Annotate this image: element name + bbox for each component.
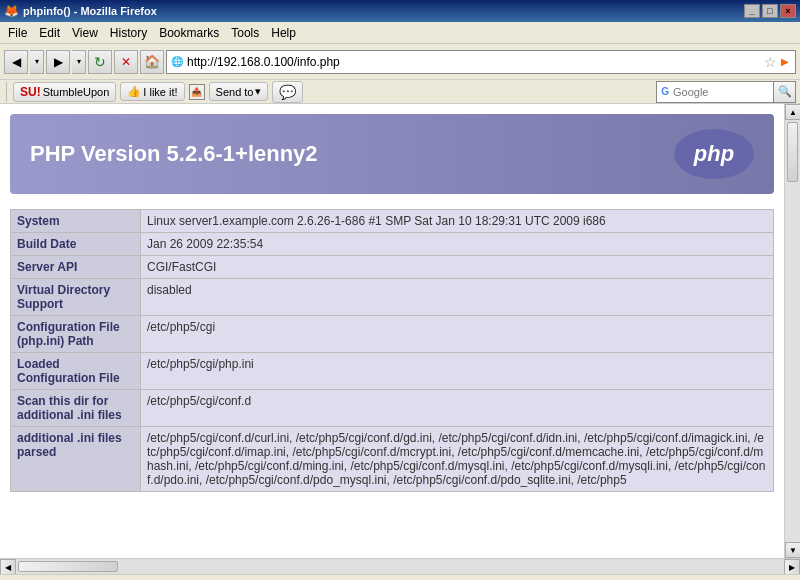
toolbar-divider-1 bbox=[6, 82, 7, 102]
page-content: PHP Version 5.2.6-1+lenny2 php System Li… bbox=[0, 104, 784, 558]
feed-icon[interactable]: ▶ bbox=[779, 56, 791, 67]
table-label: Configuration File (php.ini) Path bbox=[11, 316, 141, 353]
table-row: Server API CGI/FastCGI bbox=[11, 256, 774, 279]
sendto-button[interactable]: Send to ▾ bbox=[209, 82, 269, 101]
forward-dropdown[interactable]: ▾ bbox=[72, 50, 86, 74]
share-icon: 📤 bbox=[189, 84, 205, 100]
thumb-up-icon: 👍 bbox=[127, 85, 141, 98]
menu-history[interactable]: History bbox=[104, 24, 153, 42]
browser-content-area: PHP Version 5.2.6-1+lenny2 php System Li… bbox=[0, 104, 800, 558]
scroll-h-track[interactable] bbox=[16, 559, 784, 574]
close-button[interactable]: × bbox=[780, 4, 796, 18]
google-search-input[interactable] bbox=[673, 82, 773, 102]
address-input[interactable] bbox=[187, 55, 762, 69]
horizontal-scrollbar[interactable]: ◀ ▶ bbox=[0, 558, 800, 574]
php-info-table: System Linux server1.example.com 2.6.26-… bbox=[10, 209, 774, 492]
vertical-scrollbar[interactable]: ▲ ▼ bbox=[784, 104, 800, 558]
table-row: System Linux server1.example.com 2.6.26-… bbox=[11, 210, 774, 233]
minimize-button[interactable]: _ bbox=[744, 4, 760, 18]
bookmark-star-icon[interactable]: ☆ bbox=[762, 54, 779, 70]
home-button[interactable]: 🏠 bbox=[140, 50, 164, 74]
table-value: disabled bbox=[141, 279, 774, 316]
page-favicon: 🌐 bbox=[171, 56, 183, 67]
table-label: System bbox=[11, 210, 141, 233]
table-value: /etc/php5/cgi bbox=[141, 316, 774, 353]
menu-edit[interactable]: Edit bbox=[33, 24, 66, 42]
stumbleupon-button[interactable]: SU! StumbleUpon bbox=[13, 82, 116, 102]
sendto-label: Send to bbox=[216, 86, 254, 98]
table-value: /etc/php5/cgi/conf.d/curl.ini, /etc/php5… bbox=[141, 427, 774, 492]
navigation-toolbar: ◀ ▾ ▶ ▾ ↻ ✕ 🏠 🌐 ☆ ▶ bbox=[0, 44, 800, 80]
menu-view[interactable]: View bbox=[66, 24, 104, 42]
php-header-banner: PHP Version 5.2.6-1+lenny2 php bbox=[10, 114, 774, 194]
table-label: Virtual Directory Support bbox=[11, 279, 141, 316]
table-row: Scan this dir for additional .ini files … bbox=[11, 390, 774, 427]
ilike-button[interactable]: 👍 I like it! bbox=[120, 82, 184, 101]
menu-file[interactable]: File bbox=[2, 24, 33, 42]
menu-bookmarks[interactable]: Bookmarks bbox=[153, 24, 225, 42]
titlebar-title: phpinfo() - Mozilla Firefox bbox=[23, 5, 157, 17]
scroll-right-button[interactable]: ▶ bbox=[784, 559, 800, 575]
stop-button[interactable]: ✕ bbox=[114, 50, 138, 74]
bookmarks-toolbar: SU! StumbleUpon 👍 I like it! 📤 Send to ▾… bbox=[0, 80, 800, 104]
maximize-button[interactable]: □ bbox=[762, 4, 778, 18]
chat-icon: 💬 bbox=[279, 84, 296, 100]
window-controls: _ □ × bbox=[744, 4, 796, 18]
table-label: additional .ini files parsed bbox=[11, 427, 141, 492]
sendto-dropdown-icon: ▾ bbox=[255, 85, 261, 98]
address-bar-container: 🌐 ☆ ▶ bbox=[166, 50, 796, 74]
table-row: Loaded Configuration File /etc/php5/cgi/… bbox=[11, 353, 774, 390]
table-value: Jan 26 2009 22:35:54 bbox=[141, 233, 774, 256]
table-value: /etc/php5/cgi/php.ini bbox=[141, 353, 774, 390]
table-row: Virtual Directory Support disabled bbox=[11, 279, 774, 316]
titlebar: 🦊 phpinfo() - Mozilla Firefox _ □ × bbox=[0, 0, 800, 22]
chat-button[interactable]: 💬 bbox=[272, 81, 303, 103]
table-value: /etc/php5/cgi/conf.d bbox=[141, 390, 774, 427]
statusbar: Done bbox=[0, 574, 800, 580]
back-button[interactable]: ◀ bbox=[4, 50, 28, 74]
table-value: Linux server1.example.com 2.6.26-1-686 #… bbox=[141, 210, 774, 233]
bottom-area: ◀ ▶ Done bbox=[0, 558, 800, 580]
scroll-track[interactable] bbox=[785, 120, 800, 542]
scroll-down-button[interactable]: ▼ bbox=[785, 542, 800, 558]
scroll-up-button[interactable]: ▲ bbox=[785, 104, 800, 120]
menubar: File Edit View History Bookmarks Tools H… bbox=[0, 22, 800, 44]
table-label: Scan this dir for additional .ini files bbox=[11, 390, 141, 427]
scroll-left-button[interactable]: ◀ bbox=[0, 559, 16, 575]
google-search-container: G 🔍 bbox=[656, 81, 796, 103]
menu-tools[interactable]: Tools bbox=[225, 24, 265, 42]
refresh-button[interactable]: ↻ bbox=[88, 50, 112, 74]
table-label: Loaded Configuration File bbox=[11, 353, 141, 390]
php-logo: php bbox=[674, 129, 754, 179]
table-row: Configuration File (php.ini) Path /etc/p… bbox=[11, 316, 774, 353]
google-search-button[interactable]: 🔍 bbox=[773, 82, 795, 102]
php-version-text: PHP Version 5.2.6-1+lenny2 bbox=[30, 141, 318, 167]
table-row: Build Date Jan 26 2009 22:35:54 bbox=[11, 233, 774, 256]
ilike-label: I like it! bbox=[143, 86, 177, 98]
table-row: additional .ini files parsed /etc/php5/c… bbox=[11, 427, 774, 492]
stumbleupon-label: StumbleUpon bbox=[43, 86, 110, 98]
forward-button[interactable]: ▶ bbox=[46, 50, 70, 74]
table-label: Server API bbox=[11, 256, 141, 279]
menu-help[interactable]: Help bbox=[265, 24, 302, 42]
table-value: CGI/FastCGI bbox=[141, 256, 774, 279]
php-logo-text: php bbox=[694, 141, 734, 167]
scroll-thumb[interactable] bbox=[787, 122, 798, 182]
scroll-h-thumb[interactable] bbox=[18, 561, 118, 572]
firefox-icon: 🦊 bbox=[4, 4, 19, 18]
google-icon: G bbox=[657, 86, 673, 97]
table-label: Build Date bbox=[11, 233, 141, 256]
stumbleupon-icon: SU! bbox=[20, 85, 41, 99]
back-dropdown[interactable]: ▾ bbox=[30, 50, 44, 74]
